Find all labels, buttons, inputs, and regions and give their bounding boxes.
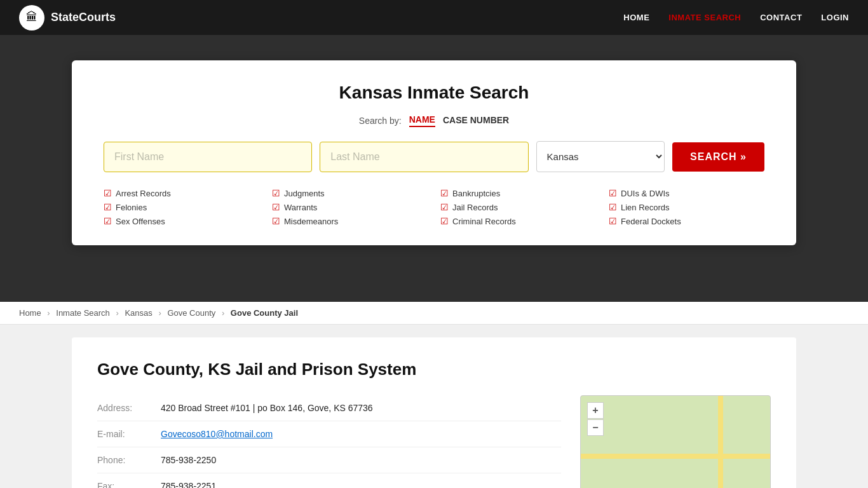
check-icon: ☑: [272, 188, 280, 198]
checkbox-misdemeanors: ☑ Misdemeanors: [272, 216, 428, 226]
check-icon: ☑: [609, 202, 617, 212]
main-nav: HOME INMATE SEARCH CONTACT LOGIN: [623, 13, 849, 22]
breadcrumb: Home › Inmate Search › Kansas › Gove Cou…: [0, 302, 868, 325]
info-row-phone: Phone: 785-938-2250: [97, 447, 561, 473]
search-by-row: Search by: NAME CASE NUMBER: [104, 114, 764, 127]
checkbox-label: Felonies: [116, 203, 147, 212]
nav-contact[interactable]: CONTACT: [760, 13, 802, 22]
breadcrumb-inmate-search[interactable]: Inmate Search: [56, 308, 110, 318]
checkbox-label: Criminal Records: [452, 217, 516, 226]
search-fields: Kansas Alabama Alaska Arizona California…: [104, 141, 764, 172]
info-label-fax: Fax:: [97, 481, 148, 488]
search-by-label: Search by:: [359, 116, 402, 126]
map-zoom-in[interactable]: +: [587, 402, 604, 419]
checkbox-label: Bankruptcies: [452, 189, 500, 198]
checkbox-lien-records: ☑ Lien Records: [609, 202, 764, 212]
breadcrumb-current: Gove County Jail: [231, 308, 298, 318]
header: 🏛 StateCourts HOME INMATE SEARCH CONTACT…: [0, 0, 868, 35]
tab-case-number[interactable]: CASE NUMBER: [443, 115, 509, 126]
info-card-title: Gove County, KS Jail and Prison System: [97, 360, 771, 379]
checkbox-label: Arrest Records: [116, 189, 171, 198]
email-link[interactable]: Govecoso810@hotmail.com: [161, 429, 273, 439]
map-box: + −: [580, 395, 771, 488]
search-card-title: Kansas Inmate Search: [104, 83, 764, 103]
info-value-email: Govecoso810@hotmail.com: [161, 429, 273, 439]
check-icon: ☑: [104, 188, 112, 198]
search-card: Kansas Inmate Search Search by: NAME CAS…: [72, 60, 796, 245]
checkbox-bankruptcies: ☑ Bankruptcies: [440, 188, 596, 198]
info-label-address: Address:: [97, 403, 148, 413]
check-icon: ☑: [104, 216, 112, 226]
checkbox-warrants: ☑ Warrants: [272, 202, 428, 212]
info-row-email: E-mail: Govecoso810@hotmail.com: [97, 421, 561, 447]
checkbox-jail-records: ☑ Jail Records: [440, 202, 596, 212]
info-label-phone: Phone:: [97, 455, 148, 465]
checkbox-label: Federal Dockets: [621, 217, 681, 226]
checkbox-sex-offenses: ☑ Sex Offenses: [104, 216, 259, 226]
search-button[interactable]: SEARCH »: [672, 142, 764, 172]
info-card: Gove County, KS Jail and Prison System A…: [72, 337, 796, 488]
info-value-phone: 785-938-2250: [161, 455, 216, 465]
info-value-fax: 785-938-2251: [161, 481, 216, 488]
checkbox-label: Judgments: [284, 189, 325, 198]
tab-name[interactable]: NAME: [409, 114, 435, 127]
map-road-horizontal: [581, 454, 770, 459]
info-layout: Address: 420 Broad Street #101 | po Box …: [97, 395, 771, 488]
check-icon: ☑: [440, 216, 449, 226]
checkbox-label: Jail Records: [452, 203, 498, 212]
checkbox-label: Misdemeanors: [284, 217, 338, 226]
check-icon: ☑: [609, 188, 617, 198]
info-value-address: 420 Broad Street #101 | po Box 146, Gove…: [161, 403, 373, 413]
logo[interactable]: 🏛 StateCourts: [19, 5, 116, 30]
breadcrumb-home[interactable]: Home: [19, 308, 41, 318]
check-icon: ☑: [440, 188, 449, 198]
logo-text: StateCourts: [51, 11, 116, 24]
info-table: Address: 420 Broad Street #101 | po Box …: [97, 395, 561, 488]
last-name-input[interactable]: [320, 142, 528, 172]
checkbox-duis: ☑ DUIs & DWIs: [609, 188, 764, 198]
checkbox-felonies: ☑ Felonies: [104, 202, 259, 212]
breadcrumb-gove-county[interactable]: Gove County: [167, 308, 215, 318]
content-area: Gove County, KS Jail and Prison System A…: [0, 325, 868, 488]
map-zoom-out[interactable]: −: [587, 419, 604, 436]
checkbox-label: DUIs & DWIs: [621, 189, 670, 198]
check-icon: ☑: [440, 202, 449, 212]
breadcrumb-kansas[interactable]: Kansas: [125, 308, 152, 318]
checkbox-criminal-records: ☑ Criminal Records: [440, 216, 596, 226]
info-row-address: Address: 420 Broad Street #101 | po Box …: [97, 395, 561, 421]
first-name-input[interactable]: [104, 142, 312, 172]
map-road-vertical: [718, 396, 723, 488]
check-icon: ☑: [104, 202, 112, 212]
info-label-email: E-mail:: [97, 429, 148, 439]
check-icon: ☑: [272, 216, 280, 226]
map-controls: + −: [587, 402, 604, 436]
check-icon: ☑: [609, 216, 617, 226]
nav-inmate-search[interactable]: INMATE SEARCH: [668, 13, 741, 22]
checkbox-label: Lien Records: [621, 203, 670, 212]
checkbox-label: Sex Offenses: [116, 217, 165, 226]
checkbox-arrest-records: ☑ Arrest Records: [104, 188, 259, 198]
checkboxes-grid: ☑ Arrest Records ☑ Judgments ☑ Bankruptc…: [104, 188, 764, 226]
nav-home[interactable]: HOME: [623, 13, 649, 22]
nav-login[interactable]: LOGIN: [821, 13, 849, 22]
checkbox-judgments: ☑ Judgments: [272, 188, 428, 198]
checkbox-label: Warrants: [284, 203, 317, 212]
check-icon: ☑: [272, 202, 280, 212]
state-select[interactable]: Kansas Alabama Alaska Arizona California…: [536, 141, 665, 172]
logo-icon: 🏛: [19, 5, 44, 30]
checkbox-federal-dockets: ☑ Federal Dockets: [609, 216, 764, 226]
hero-section: COURTHOUSE Kansas Inmate Search Search b…: [0, 35, 868, 302]
info-row-fax: Fax: 785-938-2251: [97, 473, 561, 488]
